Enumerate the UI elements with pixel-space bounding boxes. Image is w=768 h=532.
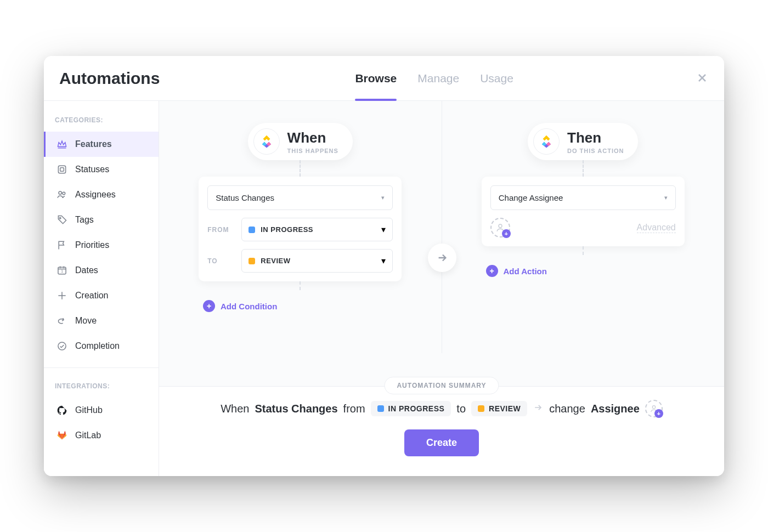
square-icon <box>57 164 67 175</box>
svg-rect-1 <box>60 168 64 172</box>
tab-browse[interactable]: Browse <box>355 56 397 100</box>
chevron-down-icon: ▾ <box>381 194 385 201</box>
summary-trigger: Status Changes <box>255 403 337 415</box>
to-status-label: REVIEW <box>261 257 290 265</box>
sidebar-item-label: Tags <box>75 215 94 225</box>
automation-summary: AUTOMATION SUMMARY When Status Changes f… <box>159 386 724 476</box>
summary-text: When Status Changes from IN PROGRESS to … <box>174 400 709 417</box>
arrow-right-icon <box>533 402 544 416</box>
add-assignee-button[interactable]: + <box>490 218 510 237</box>
status-color-dot <box>249 258 255 264</box>
summary-badge: AUTOMATION SUMMARY <box>384 377 499 394</box>
action-label: Change Assignee <box>499 193 563 202</box>
from-status-selector[interactable]: IN PROGRESS ▾ <box>241 218 393 241</box>
status-color-dot <box>478 405 484 412</box>
advanced-link[interactable]: Advanced <box>637 223 676 233</box>
add-action-button[interactable]: + Add Action <box>486 265 547 277</box>
sidebar-categories-title: CATEGORIES: <box>44 111 159 132</box>
connector-line <box>300 281 301 290</box>
trigger-selector[interactable]: Status Changes ▾ <box>207 185 393 210</box>
when-header: When THIS HAPPENS <box>248 123 353 160</box>
from-row: FROM IN PROGRESS ▾ <box>207 218 393 241</box>
plus-icon <box>57 290 67 301</box>
summary-from-word: from <box>343 403 365 415</box>
github-icon <box>57 405 67 416</box>
sidebar-item-tags[interactable]: Tags <box>44 207 159 233</box>
sidebar-item-label: Assignees <box>75 190 116 200</box>
sidebar-item-label: GitHub <box>75 405 103 415</box>
sidebar-item-completion[interactable]: Completion <box>44 333 159 359</box>
automation-builder: When THIS HAPPENS Status Changes ▾ FROM <box>159 101 724 386</box>
check-circle-icon <box>57 341 67 352</box>
summary-from-status: IN PROGRESS <box>388 404 445 413</box>
svg-point-2 <box>59 191 61 194</box>
sidebar-item-github[interactable]: GitHub <box>44 398 159 423</box>
from-status-label: IN PROGRESS <box>261 225 313 234</box>
trigger-label: Status Changes <box>216 193 274 202</box>
main-area: When THIS HAPPENS Status Changes ▾ FROM <box>159 101 724 476</box>
svg-point-9 <box>652 406 655 409</box>
svg-point-8 <box>499 224 502 228</box>
to-status-selector[interactable]: REVIEW ▾ <box>241 249 393 273</box>
tab-manage[interactable]: Manage <box>417 56 459 100</box>
sidebar-divider <box>44 367 159 368</box>
svg-point-3 <box>63 192 65 195</box>
create-button[interactable]: Create <box>404 429 479 456</box>
then-header: Then DO THIS ACTION <box>528 123 638 160</box>
sidebar-item-label: Statuses <box>75 165 109 174</box>
sidebar-integrations-title: INTEGRATIONS: <box>44 377 159 398</box>
status-color-dot <box>377 405 384 412</box>
then-subtitle: DO THIS ACTION <box>567 148 624 154</box>
then-card: Change Assignee ▾ + Advanced <box>482 177 685 246</box>
modal-title: Automations <box>59 69 160 88</box>
to-row: TO REVIEW ▾ <box>207 249 393 273</box>
from-label: FROM <box>207 226 234 234</box>
plus-badge-icon: + <box>203 300 215 312</box>
gitlab-icon <box>57 430 67 441</box>
tab-usage[interactable]: Usage <box>480 56 513 100</box>
connector-line <box>583 160 584 177</box>
status-color-dot <box>249 227 255 233</box>
sidebar-item-label: GitLab <box>75 431 101 440</box>
action-selector[interactable]: Change Assignee ▾ <box>490 185 676 210</box>
summary-to-word: to <box>456 403 466 415</box>
sidebar-item-statuses[interactable]: Statuses <box>44 157 159 182</box>
sidebar-item-features[interactable]: Features <box>44 132 159 157</box>
sidebar-item-assignees[interactable]: Assignees <box>44 182 159 207</box>
plus-badge-icon: + <box>654 409 663 418</box>
summary-assignee-button[interactable]: + <box>645 400 663 417</box>
svg-text:1: 1 <box>61 269 63 273</box>
plus-badge-icon: + <box>486 265 498 277</box>
summary-when-word: When <box>221 403 249 415</box>
flag-icon <box>57 240 67 251</box>
automations-modal: Automations Browse Manage Usage CATEGORI… <box>44 56 724 476</box>
add-condition-button[interactable]: + Add Condition <box>203 300 277 312</box>
chevron-down-icon: ▾ <box>381 256 386 266</box>
sidebar-item-dates[interactable]: 1 Dates <box>44 258 159 283</box>
summary-change-word: change <box>549 403 585 415</box>
sidebar-item-creation[interactable]: Creation <box>44 283 159 308</box>
modal-body: CATEGORIES: Features Statuses Assignees <box>44 101 724 476</box>
flow-arrow <box>428 244 456 272</box>
add-condition-label: Add Condition <box>221 302 277 311</box>
tag-icon <box>57 214 67 225</box>
summary-what: Assignee <box>591 403 640 415</box>
chevron-down-icon: ▾ <box>381 224 386 235</box>
add-action-label: Add Action <box>504 267 547 276</box>
sidebar-item-label: Creation <box>75 291 108 301</box>
clickup-logo-icon <box>533 128 560 155</box>
crown-icon <box>57 139 67 150</box>
when-title: When <box>287 129 338 146</box>
sidebar-item-label: Completion <box>75 341 120 351</box>
when-subtitle: THIS HAPPENS <box>287 148 338 154</box>
connector-line <box>300 160 301 177</box>
sidebar-item-priorities[interactable]: Priorities <box>44 233 159 258</box>
sidebar-item-move[interactable]: Move <box>44 308 159 333</box>
sidebar-item-gitlab[interactable]: GitLab <box>44 423 159 448</box>
svg-point-4 <box>59 217 61 219</box>
close-button[interactable] <box>693 69 711 87</box>
plus-badge-icon: + <box>502 229 511 238</box>
svg-rect-0 <box>58 166 65 173</box>
when-card: Status Changes ▾ FROM IN PROGRESS ▾ <box>199 177 402 281</box>
clickup-logo-icon <box>253 128 280 155</box>
